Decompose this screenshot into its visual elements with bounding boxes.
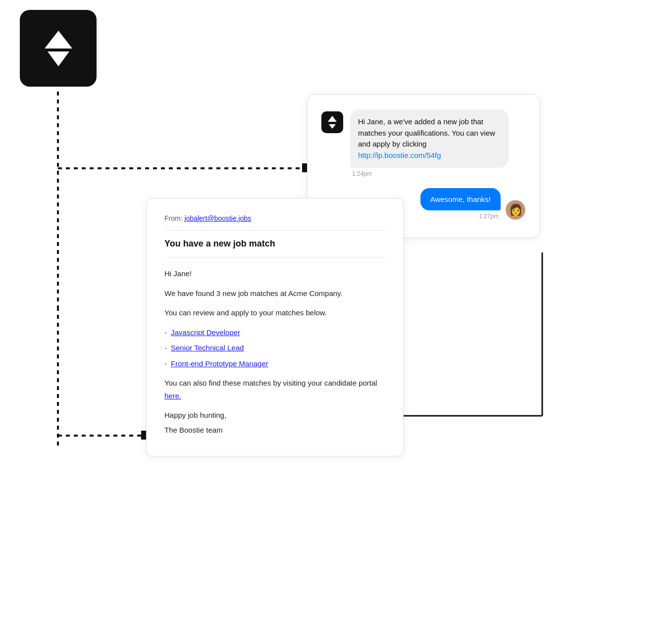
email-portal-line: You can also find these matches by visit… [164, 377, 385, 402]
portal-text: You can also find these matches by visit… [164, 379, 377, 387]
email-sign-off: Happy job hunting, [164, 409, 385, 422]
email-body: Hi Jane! We have found 3 new job matches… [164, 267, 385, 402]
bullet-1: - [164, 326, 167, 339]
sms-incoming-message: Hi Jane, a we've added a new job that ma… [321, 109, 525, 177]
list-item: - Front-end Prototype Manager [164, 357, 385, 370]
job-link-2[interactable]: Senior Technical Lead [171, 342, 244, 354]
outgoing-time: 1:27pm [479, 213, 499, 220]
bot-avatar [321, 111, 343, 133]
email-body-line2: You can review and apply to your matches… [164, 306, 385, 319]
job-link-3[interactable]: Front-end Prototype Manager [171, 357, 268, 370]
outgoing-bubble: Awesome, thanks! [420, 188, 501, 210]
email-greeting: Hi Jane! [164, 267, 385, 280]
email-from-address[interactable]: jobalert@boostie.jobs [184, 214, 251, 222]
logo-arrow-down-icon [48, 51, 69, 66]
incoming-bubble: Hi Jane, a we've added a new job that ma… [350, 109, 509, 168]
portal-link[interactable]: here. [164, 392, 181, 400]
incoming-time: 1:24pm [352, 170, 509, 177]
logo-arrow-up-icon [45, 31, 72, 49]
email-from-line: From: jobalert@boostie.jobs [164, 214, 385, 231]
bot-arrow-down-icon [329, 124, 336, 129]
bullet-2: - [164, 342, 167, 354]
list-item: - Javascript Developer [164, 326, 385, 339]
sms-link[interactable]: http://lp.boostie.com/54fg [358, 151, 441, 159]
email-team-name: The Boostie team [164, 424, 385, 437]
email-from-label: From: [164, 214, 183, 222]
email-signature: Happy job hunting, The Boostie team [164, 409, 385, 436]
email-job-list: - Javascript Developer - Senior Technica… [164, 326, 385, 370]
email-body-line1: We have found 3 new job matches at Acme … [164, 287, 385, 300]
job-link-1[interactable]: Javascript Developer [171, 326, 240, 339]
bullet-3: - [164, 357, 167, 370]
email-subject: You have a new job match [164, 239, 385, 257]
email-card: From: jobalert@boostie.jobs You have a n… [146, 198, 404, 456]
list-item: - Senior Technical Lead [164, 342, 385, 354]
logo [20, 10, 99, 89]
user-avatar: 👩 [506, 200, 525, 220]
bot-arrow-up-icon [328, 116, 337, 122]
